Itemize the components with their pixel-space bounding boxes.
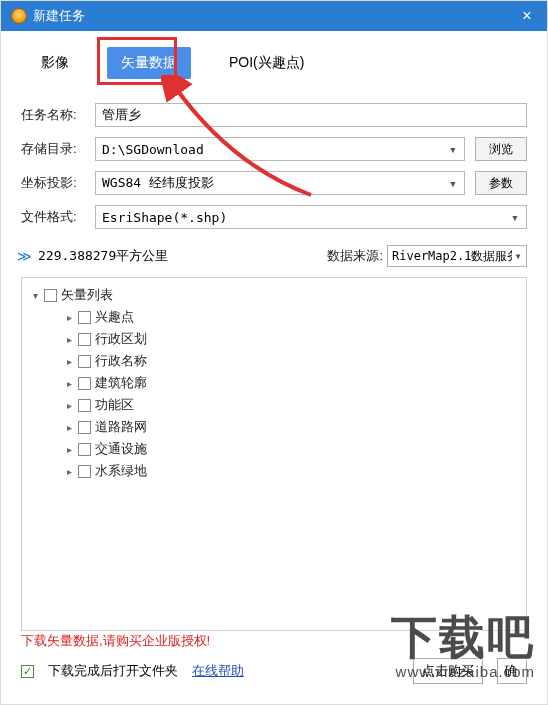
format-value: EsriShape(*.shp)	[102, 210, 508, 225]
chevron-down-icon: ▾	[508, 210, 522, 225]
tree-item-building[interactable]: ▸建筑轮廓	[30, 372, 518, 394]
data-source-label: 数据来源:	[327, 247, 383, 265]
collapse-icon[interactable]: ≫	[17, 248, 32, 264]
online-help-link[interactable]: 在线帮助	[192, 662, 244, 680]
expand-icon[interactable]: ▸	[64, 466, 74, 477]
checkbox[interactable]	[78, 421, 91, 434]
tree-item-label: 道路路网	[95, 418, 147, 436]
tree-item-label: 兴趣点	[95, 308, 134, 326]
expand-icon[interactable]: ▸	[64, 444, 74, 455]
expand-icon[interactable]: ▸	[64, 356, 74, 367]
expand-icon[interactable]: ▸	[64, 334, 74, 345]
open-after-label: 下载完成后打开文件夹	[48, 662, 178, 680]
buy-button[interactable]: 点击购买	[413, 658, 483, 684]
tree-item-label: 行政区划	[95, 330, 147, 348]
tree-root-label: 矢量列表	[61, 286, 113, 304]
chevron-down-icon: ▾	[446, 142, 460, 157]
checkbox[interactable]	[78, 399, 91, 412]
params-button[interactable]: 参数	[475, 171, 527, 195]
proj-label: 坐标投影:	[21, 174, 85, 192]
tree-item-admin-name[interactable]: ▸行政名称	[30, 350, 518, 372]
close-icon[interactable]: ×	[517, 7, 537, 25]
tree-item-label: 建筑轮廓	[95, 374, 147, 392]
browse-button[interactable]: 浏览	[475, 137, 527, 161]
chevron-down-icon: ▾	[512, 249, 524, 263]
tree-item-admin-division[interactable]: ▸行政区划	[30, 328, 518, 350]
checkbox[interactable]	[78, 333, 91, 346]
save-dir-value: D:\SGDownload	[102, 142, 446, 157]
expand-icon[interactable]: ▸	[64, 400, 74, 411]
format-combo[interactable]: EsriShape(*.shp) ▾	[95, 205, 527, 229]
checkbox[interactable]	[78, 377, 91, 390]
tree-item-traffic[interactable]: ▸交通设施	[30, 438, 518, 460]
checkbox[interactable]	[78, 465, 91, 478]
expand-icon[interactable]: ▸	[64, 312, 74, 323]
chevron-down-icon: ▾	[446, 176, 460, 191]
open-after-checkbox[interactable]: ✓	[21, 665, 34, 678]
window-title: 新建任务	[33, 7, 85, 25]
tab-bar: 影像 矢量数据 POI(兴趣点)	[1, 31, 547, 89]
checkbox[interactable]	[78, 311, 91, 324]
area-text: 229.388279平方公里	[38, 247, 168, 265]
confirm-button[interactable]: 确	[497, 658, 527, 684]
tree-item-label: 行政名称	[95, 352, 147, 370]
format-label: 文件格式:	[21, 208, 85, 226]
checkbox[interactable]	[78, 355, 91, 368]
tree-item-label: 水系绿地	[95, 462, 147, 480]
proj-value: WGS84 经纬度投影	[102, 174, 446, 192]
tree-item-label: 交通设施	[95, 440, 147, 458]
tab-vector[interactable]: 矢量数据	[107, 47, 191, 79]
save-dir-combo[interactable]: D:\SGDownload ▾	[95, 137, 465, 161]
expand-icon[interactable]: ▾	[30, 290, 40, 301]
task-name-input[interactable]	[95, 103, 527, 127]
warning-text: 下载矢量数据,请购买企业版授权!	[21, 632, 527, 650]
proj-combo[interactable]: WGS84 经纬度投影 ▾	[95, 171, 465, 195]
expand-icon[interactable]: ▸	[64, 422, 74, 433]
task-name-label: 任务名称:	[21, 106, 85, 124]
app-icon	[11, 8, 27, 24]
tree-item-water-green[interactable]: ▸水系绿地	[30, 460, 518, 482]
tree-panel: ▾ 矢量列表 ▸兴趣点 ▸行政区划 ▸行政名称 ▸建筑轮廓 ▸功能区 ▸道路路网…	[21, 277, 527, 631]
tree-item-function-zone[interactable]: ▸功能区	[30, 394, 518, 416]
expand-icon[interactable]: ▸	[64, 378, 74, 389]
tree-root[interactable]: ▾ 矢量列表	[30, 284, 518, 306]
tree-item-road[interactable]: ▸道路路网	[30, 416, 518, 438]
tree-item-poi[interactable]: ▸兴趣点	[30, 306, 518, 328]
titlebar: 新建任务 ×	[1, 1, 547, 31]
checkbox[interactable]	[44, 289, 57, 302]
checkbox[interactable]	[78, 443, 91, 456]
tab-poi[interactable]: POI(兴趣点)	[219, 49, 314, 77]
data-source-combo[interactable]: RiverMap2.1数据服务器 ▾	[387, 245, 527, 267]
tree-item-label: 功能区	[95, 396, 134, 414]
tab-image[interactable]: 影像	[31, 49, 79, 77]
save-dir-label: 存储目录:	[21, 140, 85, 158]
data-source-value: RiverMap2.1数据服务器	[392, 248, 512, 265]
